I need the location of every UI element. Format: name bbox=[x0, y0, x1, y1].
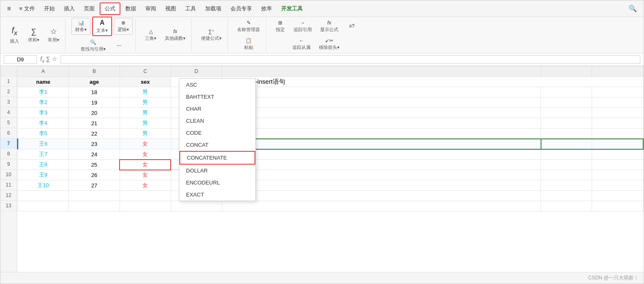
menu-tools[interactable]: 工具 bbox=[181, 3, 200, 14]
ribbon-err-check-btn[interactable]: ≡? bbox=[343, 22, 360, 31]
cell-A1[interactable]: name bbox=[18, 77, 69, 87]
cell-F5[interactable] bbox=[541, 118, 592, 129]
ribbon-trace-ref-btn[interactable]: → 追踪引用 bbox=[290, 18, 315, 34]
cell-E10[interactable] bbox=[222, 170, 541, 180]
cell-C9[interactable]: 女 bbox=[120, 160, 171, 170]
cell-F10[interactable] bbox=[541, 170, 592, 180]
cell-C7[interactable]: 女 bbox=[120, 139, 171, 149]
ribbon-more-btn[interactable]: ⋯ bbox=[111, 41, 127, 50]
cell-E8[interactable] bbox=[222, 149, 541, 160]
ribbon-text-btn[interactable]: A 文本▾ bbox=[92, 17, 112, 36]
cell-C5[interactable]: 男 bbox=[120, 118, 171, 129]
cell-A9[interactable]: 王8 bbox=[18, 160, 69, 170]
ribbon-finance-btn[interactable]: 📊 财务▾ bbox=[71, 18, 91, 35]
menu-start[interactable]: 开始 bbox=[40, 3, 59, 14]
cell-A10[interactable]: 王9 bbox=[18, 170, 69, 180]
dropdown-item-char[interactable]: CHAR bbox=[179, 103, 255, 115]
dropdown-item-code[interactable]: CODE bbox=[179, 127, 255, 139]
menu-addins[interactable]: 加载项 bbox=[201, 3, 225, 14]
cell-A7[interactable]: 王6 bbox=[18, 139, 69, 149]
cell-C12[interactable] bbox=[120, 191, 171, 201]
cell-B9[interactable]: 25 bbox=[69, 160, 120, 170]
dropdown-item-encodeurl[interactable]: ENCODEURL bbox=[179, 177, 255, 189]
menu-vip[interactable]: 会员专享 bbox=[226, 3, 256, 14]
cell-C8[interactable]: 女 bbox=[120, 149, 171, 160]
formula-star-icon[interactable]: ☆ bbox=[52, 56, 57, 63]
ribbon-quick-formula-btn[interactable]: ∑⁺ 便捷公式▾ bbox=[198, 27, 225, 43]
cell-C6[interactable]: 男 bbox=[120, 129, 171, 139]
dropdown-item-concatenate[interactable]: CONCATENATE bbox=[179, 151, 255, 165]
dropdown-item-exact[interactable]: EXACT bbox=[179, 189, 255, 201]
cell-B6[interactable]: 22 bbox=[69, 129, 120, 139]
cell-B5[interactable]: 21 bbox=[69, 118, 120, 129]
cell-C2[interactable]: 男 bbox=[120, 87, 171, 97]
cell-E9[interactable] bbox=[222, 160, 541, 170]
menu-view[interactable]: 视图 bbox=[161, 3, 180, 14]
cell-G9[interactable] bbox=[592, 160, 643, 170]
ribbon-trace-dep-btn[interactable]: ← 追踪从属 bbox=[289, 36, 314, 52]
cell-B2[interactable]: 18 bbox=[69, 87, 120, 97]
cell-G4[interactable] bbox=[592, 108, 643, 118]
cell-A13[interactable] bbox=[18, 201, 69, 211]
cell-G11[interactable] bbox=[592, 180, 643, 191]
dropdown-item-asc[interactable]: ASC bbox=[179, 79, 255, 91]
hamburger-icon[interactable]: ≡ bbox=[4, 3, 14, 14]
ribbon-name-manager-btn[interactable]: ✎ 名称管理器 bbox=[234, 18, 263, 34]
cell-G7[interactable] bbox=[592, 139, 643, 149]
cell-A2[interactable]: 李1 bbox=[18, 87, 69, 97]
cell-F12[interactable] bbox=[541, 191, 592, 201]
cell-C13[interactable] bbox=[120, 201, 171, 211]
cell-C1[interactable]: sex bbox=[120, 77, 171, 87]
cell-C11[interactable]: 女 bbox=[120, 180, 171, 191]
menu-data[interactable]: 数据 bbox=[121, 3, 140, 14]
dropdown-item-bahttext[interactable]: BAHTTEXT bbox=[179, 91, 255, 103]
ribbon-logic-btn[interactable]: ⊕ 逻辑▾ bbox=[114, 18, 133, 35]
menu-page[interactable]: 页面 bbox=[80, 3, 99, 14]
menu-efficiency[interactable]: 效率 bbox=[257, 3, 276, 14]
cell-F7[interactable] bbox=[541, 139, 592, 149]
cell-B3[interactable]: 19 bbox=[69, 97, 120, 108]
cell-E5[interactable] bbox=[222, 118, 541, 129]
formula-fx-icon[interactable]: fx bbox=[40, 56, 44, 63]
cell-B12[interactable] bbox=[69, 191, 120, 201]
cell-A8[interactable]: 王7 bbox=[18, 149, 69, 160]
cell-B7[interactable]: 23 bbox=[69, 139, 120, 149]
cell-F6[interactable] bbox=[541, 129, 592, 139]
cell-B13[interactable] bbox=[69, 201, 120, 211]
grid-scroll[interactable]: A B C D name age bbox=[17, 66, 644, 272]
cell-G5[interactable] bbox=[592, 118, 643, 129]
cell-B11[interactable]: 27 bbox=[69, 180, 120, 191]
cell-C4[interactable]: 男 bbox=[120, 108, 171, 118]
menu-devtools[interactable]: 开发工具 bbox=[277, 3, 307, 14]
ribbon-lookup-btn[interactable]: 🔍 查找与引用▾ bbox=[77, 38, 109, 54]
cell-G12[interactable] bbox=[592, 191, 643, 201]
ribbon-trig-btn[interactable]: △ 三角▾ bbox=[142, 27, 160, 43]
cell-G3[interactable] bbox=[592, 97, 643, 108]
cell-F11[interactable] bbox=[541, 180, 592, 191]
menu-formula[interactable]: 公式 bbox=[100, 2, 120, 15]
dropdown-item-dollar[interactable]: DOLLAR bbox=[179, 165, 255, 177]
cell-E2[interactable] bbox=[222, 87, 541, 97]
cell-E13[interactable] bbox=[222, 201, 541, 211]
cell-A5[interactable]: 李4 bbox=[18, 118, 69, 129]
ribbon-remove-arrow-btn[interactable]: ↙✂ 移除箭头▾ bbox=[316, 36, 343, 52]
dropdown-item-clean[interactable]: CLEAN bbox=[179, 115, 255, 127]
dropdown-scroll[interactable]: ASC BAHTTEXT CHAR CLEAN CODE CONCAT CONC… bbox=[179, 79, 255, 201]
cell-F2[interactable] bbox=[541, 87, 592, 97]
menu-review[interactable]: 审阅 bbox=[141, 3, 160, 14]
cell-F13[interactable] bbox=[541, 201, 592, 211]
cell-E7[interactable] bbox=[222, 139, 541, 149]
cell-E11[interactable] bbox=[222, 180, 541, 191]
cell-G6[interactable] bbox=[592, 129, 643, 139]
cell-F9[interactable] bbox=[541, 160, 592, 170]
menu-file[interactable]: ≡ 文件 bbox=[15, 3, 39, 14]
cell-F4[interactable] bbox=[541, 108, 592, 118]
ribbon-sum-btn[interactable]: ∑ 求和▾ bbox=[24, 26, 43, 45]
cell-reference-input[interactable] bbox=[4, 55, 37, 64]
cell-F3[interactable] bbox=[541, 97, 592, 108]
cell-F8[interactable] bbox=[541, 149, 592, 160]
cell-E6[interactable] bbox=[222, 129, 541, 139]
cell-G2[interactable] bbox=[592, 87, 643, 97]
cell-B8[interactable]: 24 bbox=[69, 149, 120, 160]
ribbon-common-btn[interactable]: ☆ 常用▾ bbox=[44, 25, 63, 45]
